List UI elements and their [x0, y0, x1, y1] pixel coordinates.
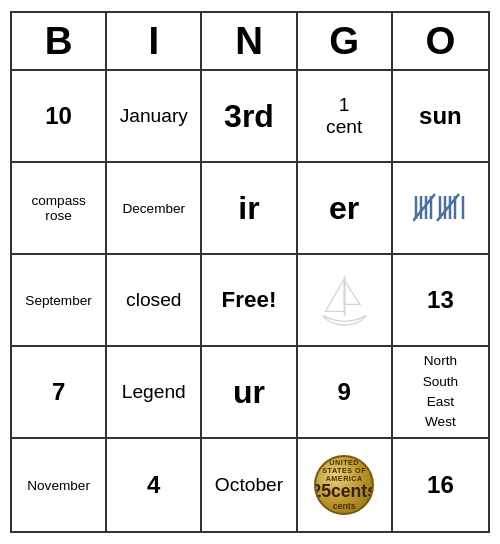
bingo-header: B I N G O [12, 13, 488, 71]
cell-o5: 16 [393, 439, 488, 531]
cell-b3: September [12, 255, 107, 347]
bingo-grid: 10 January 3rd 1cent sun compassrose Dec… [12, 71, 488, 531]
cell-i3: closed [107, 255, 202, 347]
cell-o2 [393, 163, 488, 255]
cell-n2: ir [202, 163, 297, 255]
cell-o3: 13 [393, 255, 488, 347]
cell-b2: compassrose [12, 163, 107, 255]
cell-g2: er [298, 163, 393, 255]
svg-marker-12 [325, 278, 344, 311]
cell-g3 [298, 255, 393, 347]
cell-n3-free: Free! [202, 255, 297, 347]
cell-o4: NorthSouthEastWest [393, 347, 488, 439]
cell-i1: January [107, 71, 202, 163]
cell-g4: 9 [298, 347, 393, 439]
header-g: G [298, 13, 393, 69]
cell-i4: Legend [107, 347, 202, 439]
header-o: O [393, 13, 488, 69]
cell-i5: 4 [107, 439, 202, 531]
header-i: I [107, 13, 202, 69]
cell-g5-coin: UNITED STATES OF AMERICA 25cents cents [298, 439, 393, 531]
header-n: N [202, 13, 297, 69]
sailboat-icon [317, 268, 372, 333]
tally-marks-icon [413, 191, 468, 226]
header-b: B [12, 13, 107, 69]
cell-n5: October [202, 439, 297, 531]
cell-n4: ur [202, 347, 297, 439]
bingo-card: B I N G O 10 January 3rd 1cent sun compa… [10, 11, 490, 533]
coin: UNITED STATES OF AMERICA 25cents cents [314, 455, 374, 515]
cell-n1: 3rd [202, 71, 297, 163]
cell-b5: November [12, 439, 107, 531]
svg-marker-13 [344, 281, 360, 304]
cell-i2: December [107, 163, 202, 255]
cell-b1: 10 [12, 71, 107, 163]
cell-g1: 1cent [298, 71, 393, 163]
cell-b4: 7 [12, 347, 107, 439]
cell-o1: sun [393, 71, 488, 163]
